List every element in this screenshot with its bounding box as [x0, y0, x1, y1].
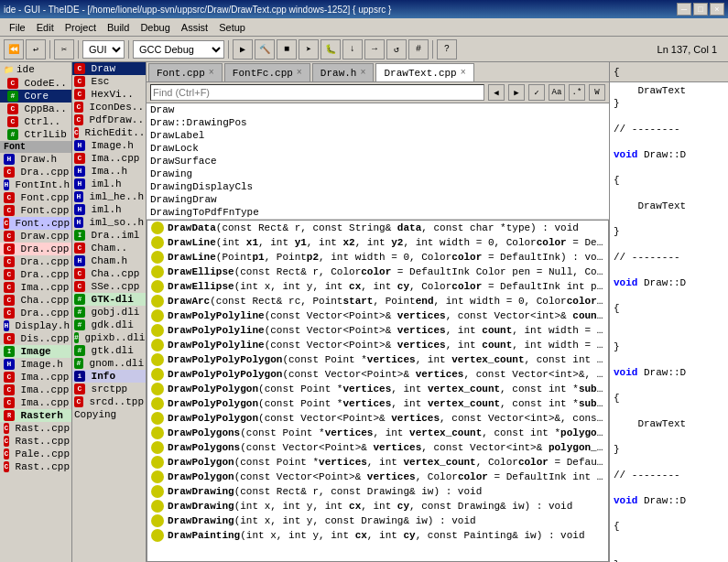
tree-item-rastcpp3[interactable]: C Rast..cpp	[0, 460, 71, 473]
layout-combo[interactable]: GUI	[82, 40, 125, 59]
search-btn-1[interactable]: ◀	[488, 84, 505, 101]
tree-item-imacpp3[interactable]: C Ima..cpp	[0, 384, 71, 396]
ac-item-dpg1[interactable]: DrawPolygon(const Point *vertices, int v…	[147, 455, 608, 470]
menu-build[interactable]: Build	[102, 20, 135, 35]
tree-item-palecpp[interactable]: C Pale..cpp	[0, 448, 71, 460]
ac-item-drawline1[interactable]: DrawLine(int x1, int y1, int x2, int y2,…	[147, 235, 608, 250]
toolbar-btn-2[interactable]: ↩	[26, 39, 46, 59]
toolbar-btn-step[interactable]: ↓	[342, 39, 363, 59]
tab-fontcpp-close[interactable]: ×	[209, 68, 214, 78]
tree-item-image-folder[interactable]: I Image	[0, 345, 71, 358]
tab-drawtextcpp-close[interactable]: ×	[461, 68, 466, 78]
ac-item-dppl3[interactable]: DrawPolyPolyline(const Vector<Point>& ve…	[147, 338, 608, 352]
ac-item-dp1[interactable]: DrawPainting(int x, int y, int cx, int c…	[147, 528, 608, 543]
tree-right-gobjdli[interactable]: # gobj.dli	[72, 306, 146, 319]
ac-item-drawline2[interactable]: DrawLine(Pointp1, Pointp2, int width = 0…	[147, 250, 608, 265]
tree-item-imacpp[interactable]: C Ima..cpp	[0, 281, 71, 294]
ac-item-drawarc[interactable]: DrawArc(const Rect& rc, Pointstart, Poin…	[147, 294, 608, 308]
toolbar-btn-step2[interactable]: →	[364, 39, 385, 59]
tree-item-rasterh[interactable]: R Rasterh	[0, 409, 71, 422]
tree-item-imageh[interactable]: H Image.h	[0, 358, 71, 371]
tree-right-copying[interactable]: Copying	[72, 408, 146, 421]
ac-item-dppg2[interactable]: DrawPolyPolygon(const Point *vertices, i…	[147, 396, 608, 411]
ac-header-drawlock[interactable]: DrawLock	[147, 142, 609, 155]
menu-edit[interactable]: Edit	[31, 20, 60, 35]
toolbar-btn-stop[interactable]: ■	[277, 39, 297, 59]
toolbar-btn-reload[interactable]: ↺	[386, 39, 407, 59]
ac-item-dpgs1[interactable]: DrawPolygons(const Point *vertices, int …	[147, 426, 608, 440]
ac-item-dpppg2[interactable]: DrawPolyPolyPolygon(const Vector<Point>&…	[147, 367, 608, 382]
tree-right-gtkdli[interactable]: # GTK-dli	[72, 293, 146, 306]
tree-item-ctrl[interactable]: C Ctrl..	[0, 115, 71, 128]
autocomplete-list[interactable]: DrawData(const Rect& r, const String& da…	[147, 220, 609, 562]
tree-right-imlheh[interactable]: H iml_he..h	[72, 190, 146, 203]
ac-header-drawingdraw[interactable]: DrawingDraw	[147, 193, 609, 206]
tree-item-imacpp4[interactable]: C Ima..cpp	[0, 396, 71, 409]
tree-item-displayh[interactable]: H Display.h	[0, 319, 71, 332]
ac-header-drawlabel[interactable]: DrawLabel	[147, 129, 609, 142]
tree-right-draiml[interactable]: I Dra..iml	[72, 229, 146, 242]
tree-item-dra1[interactable]: C Dra..cpp	[0, 166, 71, 178]
tree-item-rastcpp2[interactable]: C Rast..cpp	[0, 435, 71, 448]
ac-item-dd2[interactable]: DrawDrawing(int x, int y, int cx, int cy…	[147, 499, 608, 513]
tree-right-icondes[interactable]: C IconDes..	[72, 101, 146, 113]
tree-item-fontcpp[interactable]: C Font.cpp	[0, 191, 71, 204]
ac-header-drawingdisplaycls[interactable]: DrawingDisplayCls	[147, 180, 609, 193]
tree-item-fontcpp3[interactable]: C Font..cpp	[0, 217, 71, 230]
tree-item-fontcpp2[interactable]: C Font.cpp	[0, 204, 71, 217]
ac-item-dd1[interactable]: DrawDrawing(const Rect& r, const Drawing…	[147, 484, 608, 499]
ac-header-drawpos[interactable]: Draw::DrawingPos	[147, 116, 609, 129]
tree-right-esc[interactable]: C Esc	[72, 75, 146, 88]
tree-item-imacpp2[interactable]: C Ima..cpp	[0, 371, 71, 384]
tree-right-pdfdraw[interactable]: C PdfDraw..	[72, 113, 146, 126]
ac-item-dppg3[interactable]: DrawPolyPolygon(const Vector<Point>& ver…	[147, 411, 608, 426]
tree-right-ssecpp[interactable]: C SSe..cpp	[72, 280, 146, 293]
toolbar-btn-debug[interactable]: 🐛	[321, 39, 341, 59]
tree-item-discpp[interactable]: C Dis..cpp	[0, 332, 71, 345]
tree-item-rastcpp1[interactable]: C Rast..cpp	[0, 422, 71, 435]
toolbar-btn-play[interactable]: ▶	[233, 39, 253, 59]
tree-item-drawh[interactable]: H Draw.h	[0, 153, 71, 166]
tab-fontcpp[interactable]: Font.cpp ×	[148, 63, 223, 81]
maximize-button[interactable]: □	[693, 3, 708, 16]
ac-header-drawingtopdf[interactable]: DrawingToPdfFnType	[147, 206, 609, 219]
ac-item-drawellipse2[interactable]: DrawEllipse(int x, int y, int cx, int cy…	[147, 279, 608, 294]
tab-fontfccpp-close[interactable]: ×	[297, 68, 302, 78]
tab-drawtextcpp[interactable]: DrawText.cpp ×	[375, 63, 473, 81]
ac-item-drawdata[interactable]: DrawData(const Rect& r, const String& da…	[147, 221, 608, 235]
tree-item-ctrllib[interactable]: # CtrlLib	[0, 128, 71, 141]
ac-item-dppl1[interactable]: DrawPolyPolyline(const Vector<Point>& ve…	[147, 308, 608, 323]
tree-right-imlh[interactable]: H iml.h	[72, 178, 146, 190]
menu-setup[interactable]: Setup	[213, 20, 251, 35]
ac-header-drawing[interactable]: Drawing	[147, 168, 609, 180]
menu-assist[interactable]: Assist	[176, 20, 213, 35]
tree-item-core[interactable]: # Core	[0, 90, 71, 103]
ac-item-dppg1[interactable]: DrawPolyPolygon(const Point *vertices, i…	[147, 382, 608, 396]
ac-item-dpppg1[interactable]: DrawPolyPolyPolygon(const Point *vertice…	[147, 352, 608, 367]
menu-debug[interactable]: Debug	[135, 20, 175, 35]
tree-item-dracpp-hl[interactable]: C Dra..cpp	[0, 243, 71, 255]
tree-item-drawcpp[interactable]: C Draw.cpp	[0, 230, 71, 243]
tree-right-richedit[interactable]: C RichEdit..	[72, 126, 146, 139]
toolbar-btn-help[interactable]: ?	[437, 39, 457, 59]
tree-right-gnomdli[interactable]: # gnom..dli	[72, 357, 146, 370]
ac-header-draw[interactable]: Draw	[147, 103, 609, 116]
tree-right-imacpp[interactable]: C Ima..cpp	[72, 152, 146, 165]
tree-right-gdkdli[interactable]: # gdk.dli	[72, 319, 146, 331]
tree-right-chacpp[interactable]: C Cha..cpp	[72, 267, 146, 280]
tab-drawh-close[interactable]: ×	[360, 68, 365, 78]
tree-item-fontinth[interactable]: H FontInt.h	[0, 178, 71, 191]
tab-fontfccpp[interactable]: FontFc.cpp ×	[224, 63, 310, 81]
tree-right-gpixbdli[interactable]: # gpixb..dli	[72, 331, 146, 344]
search-btn-6[interactable]: W	[589, 84, 605, 101]
toolbar-btn-1[interactable]: ⏪	[4, 39, 24, 59]
ac-item-dd3[interactable]: DrawDrawing(int x, int y, const Drawing&…	[147, 513, 608, 528]
toolbar-btn-hash[interactable]: #	[408, 39, 429, 59]
search-input[interactable]	[150, 84, 484, 101]
tree-right-draw[interactable]: C Draw	[72, 62, 146, 75]
minimize-button[interactable]: ─	[677, 3, 691, 16]
tab-drawh[interactable]: Draw.h ×	[312, 63, 375, 81]
search-btn-3[interactable]: ✓	[528, 84, 545, 101]
ac-item-dppl2[interactable]: DrawPolyPolyline(const Vector<Point>& ve…	[147, 323, 608, 338]
tree-right-imath[interactable]: H Ima..h	[72, 165, 146, 178]
